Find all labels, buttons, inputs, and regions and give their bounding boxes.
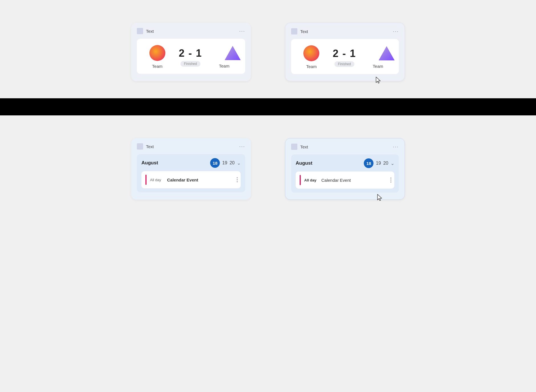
cal-card-header-left-2: Text <box>291 144 308 150</box>
event-name-2: Calendar Event <box>321 178 351 183</box>
team2-block-2: Team <box>369 46 387 69</box>
chevron-down-icon-2[interactable]: ⌄ <box>391 161 394 166</box>
team1-icon-2 <box>303 45 319 61</box>
calendar-card-1: Text ··· August 18 19 20 ⌄ All day Calen… <box>131 138 251 200</box>
team2-label-2: Team <box>373 64 383 69</box>
calendar-month-row-1: August 18 19 20 ⌄ <box>141 158 241 168</box>
score-card-1: Text ··· Team 2 - 1 Finished <box>131 23 251 81</box>
event-allday-2: All day <box>304 178 318 182</box>
date-num-20-1[interactable]: 20 <box>230 160 235 166</box>
cal-card-title-2: Text <box>300 144 308 149</box>
svg-marker-1 <box>379 46 395 60</box>
cal-card-thumbnail-1 <box>137 143 143 150</box>
card-header-left-2: Text <box>291 28 308 34</box>
card-thumbnail-1 <box>137 28 143 34</box>
score-inner-1: Team 2 - 1 Finished <box>137 39 245 74</box>
calendar-event-row-2: All day Calendar Event <box>296 172 394 189</box>
finished-badge-2: Finished <box>334 61 354 67</box>
date-num-19-2[interactable]: 19 <box>376 161 381 166</box>
cal-card-header-2: Text ··· <box>291 144 399 150</box>
svg-marker-0 <box>225 46 241 60</box>
score-center-2: 2 - 1 Finished <box>333 48 356 67</box>
card-menu-icon-2[interactable]: ··· <box>393 28 399 34</box>
event-more-icon-2[interactable] <box>390 177 391 183</box>
cal-card-header-1: Text ··· <box>137 143 245 150</box>
score-text-2: 2 - 1 <box>333 48 356 60</box>
cursor-icon-1 <box>375 76 382 85</box>
calendar-inner-1: August 18 19 20 ⌄ All day Calendar Event <box>137 154 245 192</box>
chevron-down-icon-1[interactable]: ⌄ <box>237 160 241 166</box>
divider-bar <box>0 98 536 115</box>
team1-block-1: Team <box>149 45 165 69</box>
calendar-month-1: August <box>141 160 158 166</box>
calendar-inner-2: August 18 19 20 ⌄ All day Calendar Event <box>291 154 399 193</box>
cal-card-thumbnail-2 <box>291 144 297 150</box>
score-text-1: 2 - 1 <box>179 47 202 59</box>
card-title-1: Text <box>146 29 154 34</box>
calendar-dates-2: 18 19 20 ⌄ <box>364 158 394 168</box>
team1-icon-1 <box>149 45 165 61</box>
event-allday-1: All day <box>150 178 164 182</box>
score-card-2: Text ··· Team 2 - 1 Finished <box>285 23 405 81</box>
card-header-left-1: Text <box>137 28 154 34</box>
cal-card-title-1: Text <box>146 144 154 149</box>
card-header-1: Text ··· <box>137 28 245 34</box>
card-title-2: Text <box>300 29 308 34</box>
score-center-1: 2 - 1 Finished <box>179 47 202 67</box>
calendar-month-2: August <box>296 160 312 166</box>
calendar-dates-1: 18 19 20 ⌄ <box>210 158 241 168</box>
cursor-icon-2 <box>377 194 383 203</box>
team1-label-1: Team <box>152 64 163 69</box>
card-thumbnail-2 <box>291 28 297 34</box>
event-name-1: Calendar Event <box>167 177 198 182</box>
event-more-icon-1[interactable] <box>237 177 238 182</box>
cal-card-menu-icon-1[interactable]: ··· <box>239 144 245 150</box>
calendar-event-row-1: All day Calendar Event <box>141 171 241 188</box>
event-accent-bar-2 <box>300 175 301 185</box>
team2-block-1: Team <box>216 45 233 68</box>
card-header-2: Text ··· <box>291 28 399 34</box>
date-circle-1[interactable]: 18 <box>210 158 220 168</box>
top-section: Text ··· Team 2 - 1 Finished <box>0 0 536 98</box>
bottom-section: Text ··· August 18 19 20 ⌄ All day Calen… <box>0 115 536 217</box>
card-menu-icon-1[interactable]: ··· <box>239 28 245 34</box>
team2-label-1: Team <box>219 64 230 68</box>
team2-icon-1 <box>216 45 233 61</box>
date-num-20-2[interactable]: 20 <box>383 161 388 166</box>
date-circle-2[interactable]: 18 <box>364 158 373 168</box>
team2-icon-2 <box>369 46 387 61</box>
date-num-19-1[interactable]: 19 <box>222 160 227 166</box>
cal-card-header-left-1: Text <box>137 143 154 150</box>
team1-label-2: Team <box>306 64 317 69</box>
cal-card-menu-icon-2[interactable]: ··· <box>393 144 399 150</box>
finished-badge-1: Finished <box>180 61 200 67</box>
score-inner-2: Team 2 - 1 Finished <box>291 39 399 74</box>
team1-block-2: Team <box>303 45 319 69</box>
calendar-card-2: Text ··· August 18 19 20 ⌄ All day Calen… <box>285 138 405 200</box>
calendar-month-row-2: August 18 19 20 ⌄ <box>296 158 394 168</box>
event-accent-bar-1 <box>145 175 147 185</box>
